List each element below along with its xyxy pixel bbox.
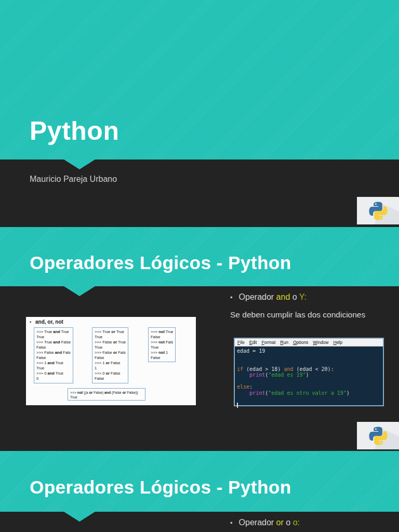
or-truth-box: >>> True or TrueTrue>>> False or TrueTru… (92, 327, 128, 383)
python-logo-card (357, 422, 399, 449)
band-notch (64, 512, 95, 522)
not-truth-box: >>> not TrueFalse>>> not FalseTrue>>> no… (148, 327, 176, 362)
presentation-page: Python Mauricio Pareja Urbano Operadores… (0, 0, 399, 532)
menu-run: Run (280, 340, 288, 345)
python-logo-icon (368, 425, 389, 446)
python-logo-icon (368, 201, 389, 221)
combined-expression-box: >>> not ((a or False) and (False or Fals… (68, 388, 145, 401)
slide2-title: Operadores Lógicos - Python (30, 254, 291, 272)
band-notch (64, 159, 95, 169)
bullet-operador-and: • Operador and o Y: (230, 292, 307, 302)
text-cursor (237, 403, 238, 408)
code-area: edad = 19 if (edad > 18) and (edad < 20)… (235, 347, 383, 408)
truth-table-image: • and, or, not >>> True and TrueTrue>>> … (26, 317, 196, 405)
menu-window: Window (313, 340, 328, 345)
menu-format: Format (261, 340, 275, 345)
menu-help: Help (333, 340, 342, 345)
idle-editor-screenshot: FileEditFormatRunOptionsWindowHelp edad … (234, 338, 384, 406)
idle-menu-bar: FileEditFormatRunOptionsWindowHelp (235, 339, 383, 347)
bullet-operador-or: • Operador or o o: (230, 518, 300, 527)
menu-file: File (237, 340, 245, 345)
menu-edit: Edit (249, 340, 257, 345)
slide3-title: Operadores Lógicos - Python (30, 478, 291, 496)
band-notch (64, 286, 95, 296)
menu-options: Options (293, 340, 308, 345)
bullet-dot: • (30, 320, 31, 325)
bullet-dot: • (230, 519, 233, 527)
condition-note: Se deben cumplir las dos condiciones (230, 310, 365, 320)
bullet-text: Operador or o o: (239, 518, 300, 527)
truth-table-heading: and, or, not (35, 319, 63, 325)
deck-title: Python (30, 118, 119, 144)
author-name: Mauricio Pareja Urbano (30, 175, 117, 184)
bullet-dot: • (230, 294, 233, 301)
and-truth-box: >>> True and TrueTrue>>> True and FalseF… (34, 327, 73, 383)
python-logo-card (357, 197, 399, 224)
bullet-text: Operador and o Y: (239, 292, 307, 302)
